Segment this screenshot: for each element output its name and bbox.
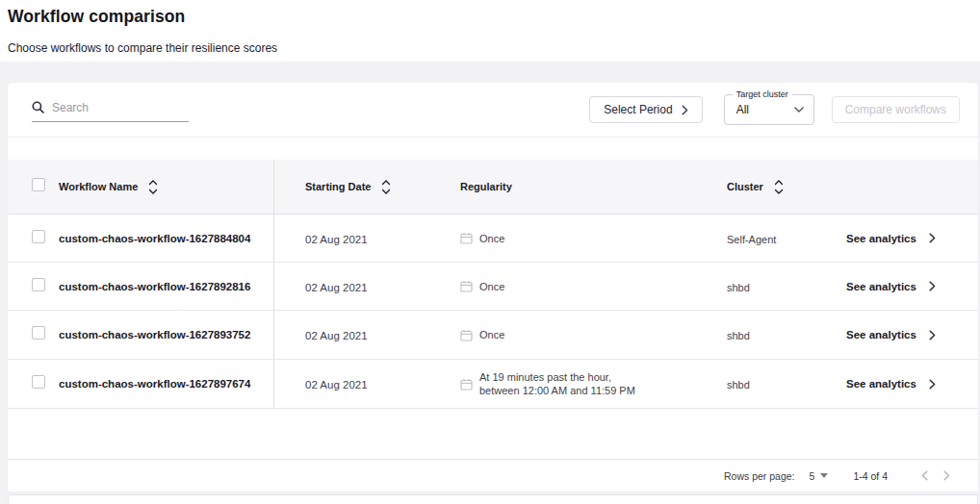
column-header-regularity: Regularity — [443, 181, 691, 192]
chevron-right-icon — [929, 379, 936, 390]
workflow-name-cell: custom-chaos-workflow-1627893752 — [53, 311, 274, 359]
see-analytics-button[interactable]: See analytics — [846, 281, 936, 292]
regularity-text: Once — [479, 280, 504, 293]
target-cluster-select[interactable]: Target cluster All — [724, 94, 814, 125]
cluster-name: shbd — [727, 379, 750, 391]
regularity-cell: Once — [443, 280, 691, 293]
row-checkbox-cell — [8, 375, 53, 392]
search-box[interactable] — [32, 97, 189, 122]
chevron-right-icon — [929, 330, 936, 340]
column-header-cluster: Cluster — [691, 179, 821, 195]
workflow-name-cell: custom-chaos-workflow-1627892816 — [53, 263, 274, 310]
sort-starting-date[interactable] — [381, 179, 391, 195]
toolbar: Select Period Target cluster All Compare… — [8, 83, 978, 138]
row-checkbox[interactable] — [32, 230, 45, 243]
workflow-name: custom-chaos-workflow-1627897674 — [59, 378, 250, 390]
select-period-button[interactable]: Select Period — [589, 96, 702, 123]
row-checkbox[interactable] — [32, 326, 45, 340]
compare-workflows-button[interactable]: Compare workflows — [832, 96, 960, 123]
table-header-row: Workflow Name Starting Date Regularity C… — [8, 160, 978, 214]
row-checkbox-cell — [8, 230, 53, 247]
sort-cluster[interactable] — [774, 179, 784, 195]
search-icon — [32, 101, 44, 113]
see-analytics-button[interactable]: See analytics — [846, 378, 936, 390]
workflow-name: custom-chaos-workflow-1627892816 — [59, 281, 250, 292]
column-label: Regularity — [460, 181, 512, 192]
column-label: Starting Date — [305, 181, 371, 192]
column-header-starting-date: Starting Date — [274, 179, 443, 195]
chevron-down-icon — [774, 189, 784, 195]
cluster-cell: shbd — [691, 278, 821, 295]
sort-workflow-name[interactable] — [148, 179, 158, 195]
table-body: custom-chaos-workflow-1627884804 02 Aug … — [8, 214, 978, 409]
starting-date: 02 Aug 2021 — [305, 379, 368, 391]
chevron-left-icon — [921, 470, 928, 481]
regularity-text: Once — [479, 328, 504, 341]
chevron-right-icon — [943, 470, 950, 481]
starting-date: 02 Aug 2021 — [305, 282, 368, 293]
compare-workflows-label: Compare workflows — [845, 103, 946, 116]
see-analytics-button[interactable]: See analytics — [846, 233, 936, 244]
dropdown-arrow-icon — [820, 473, 828, 478]
pagination-range: 1-4 of 4 — [853, 470, 888, 482]
see-analytics-label: See analytics — [846, 281, 916, 292]
regularity-cell: At 19 minutes past the hour, between 12:… — [443, 370, 691, 397]
row-checkbox-cell — [8, 326, 53, 343]
search-input[interactable] — [52, 101, 168, 114]
target-cluster-label: Target cluster — [733, 89, 792, 99]
column-label: Cluster — [727, 181, 763, 192]
see-analytics-label: See analytics — [846, 329, 916, 340]
rows-per-page-value: 5 — [810, 470, 815, 482]
rows-per-page-label: Rows per page: — [724, 470, 795, 482]
table-row: custom-chaos-workflow-1627892816 02 Aug … — [8, 263, 978, 311]
pagination-bar: Rows per page: 5 1-4 of 4 — [8, 459, 978, 491]
toolbar-table-gap — [8, 138, 978, 160]
workflow-comparison-card: Select Period Target cluster All Compare… — [8, 83, 978, 491]
starting-date: 02 Aug 2021 — [305, 330, 368, 341]
regularity-cell: Once — [443, 232, 691, 245]
previous-page-button[interactable] — [914, 470, 936, 481]
table-row: custom-chaos-workflow-1627893752 02 Aug … — [8, 311, 978, 360]
see-analytics-button[interactable]: See analytics — [846, 329, 936, 340]
cluster-cell: shbd — [691, 375, 821, 392]
see-analytics-label: See analytics — [846, 233, 916, 244]
starting-date-cell: 02 Aug 2021 — [274, 375, 443, 392]
select-period-label: Select Period — [604, 103, 672, 116]
see-analytics-label: See analytics — [846, 378, 916, 390]
chevron-down-icon — [148, 189, 158, 195]
next-page-button[interactable] — [936, 470, 958, 481]
calendar-icon — [460, 232, 473, 244]
calendar-icon — [460, 329, 473, 341]
header-checkbox-cell — [8, 178, 53, 195]
chevron-up-icon — [774, 179, 784, 186]
workflow-name-cell: custom-chaos-workflow-1627884804 — [53, 214, 274, 262]
starting-date-cell: 02 Aug 2021 — [274, 230, 443, 247]
row-checkbox[interactable] — [32, 375, 45, 389]
calendar-icon — [460, 378, 473, 391]
starting-date: 02 Aug 2021 — [305, 234, 368, 245]
cluster-name: shbd — [727, 282, 750, 293]
starting-date-cell: 02 Aug 2021 — [274, 278, 443, 295]
regularity-text: Once — [479, 232, 504, 245]
rows-per-page-select[interactable]: 5 — [810, 470, 829, 482]
workflow-name: custom-chaos-workflow-1627884804 — [59, 233, 250, 244]
actions-cell: See analytics — [821, 329, 978, 340]
regularity-cell: Once — [443, 328, 691, 341]
row-checkbox-cell — [8, 278, 53, 295]
chevron-up-icon — [381, 179, 391, 186]
table-empty-space — [8, 409, 978, 459]
chevron-right-icon — [682, 105, 688, 115]
calendar-icon — [460, 280, 473, 292]
actions-cell: See analytics — [821, 233, 978, 244]
chevron-right-icon — [929, 233, 936, 243]
starting-date-cell: 02 Aug 2021 — [274, 326, 443, 343]
column-header-workflow-name: Workflow Name — [53, 160, 274, 214]
cluster-name: Self-Agent — [727, 234, 776, 245]
dropdown-arrow-icon — [794, 107, 804, 113]
chevron-down-icon — [381, 189, 391, 195]
actions-cell: See analytics — [821, 378, 978, 390]
workflow-name: custom-chaos-workflow-1627893752 — [59, 329, 250, 340]
row-checkbox[interactable] — [32, 278, 45, 291]
cluster-cell: shbd — [691, 326, 821, 343]
select-all-checkbox[interactable] — [32, 178, 45, 191]
